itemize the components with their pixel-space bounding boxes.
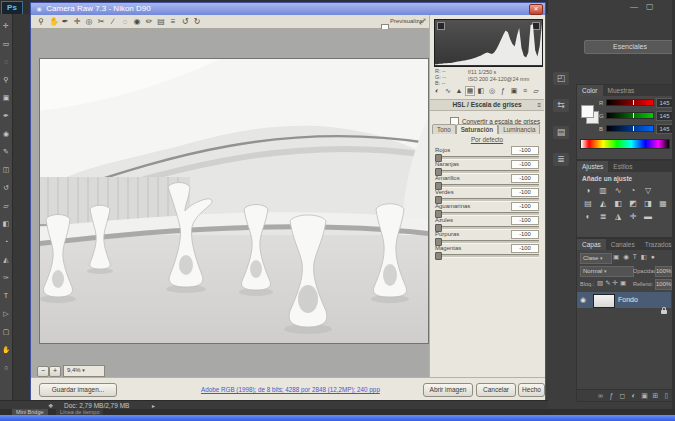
properties-panel-icon[interactable]: ⇆ — [553, 99, 569, 112]
panel-menu-icon[interactable]: ≡ — [537, 100, 541, 110]
curves-icon[interactable]: ∿ — [611, 184, 625, 197]
split-toning-tab-icon[interactable]: ◧ — [476, 86, 486, 96]
red-eye-tool-icon[interactable]: ◉ — [133, 17, 141, 27]
lock-position-icon[interactable]: ✛ — [613, 279, 618, 287]
gradient-tool-icon[interactable]: ◧ — [1, 220, 11, 227]
close-button[interactable]: ✕ — [529, 4, 543, 15]
detail-tab-icon[interactable]: ▲ — [454, 86, 464, 96]
workflow-options-link[interactable]: Adobe RGB (1998); de 8 bits; 4288 por 28… — [201, 386, 380, 393]
move-tool-icon[interactable]: ✛ — [1, 22, 11, 29]
invert-icon[interactable]: ◐ — [581, 210, 595, 223]
fill-value[interactable]: 100% — [655, 279, 672, 290]
straighten-tool-icon[interactable]: ∕ — [109, 17, 117, 27]
lasso-tool-icon[interactable]: ◌ — [1, 58, 11, 65]
eyedropper-tool-icon[interactable]: ✒ — [1, 112, 11, 119]
effects-tab-icon[interactable]: ƒ — [498, 86, 508, 96]
preferences-tool-icon[interactable]: ≡ — [169, 17, 177, 27]
red-value[interactable]: 145 — [656, 98, 673, 108]
hsl-slider-value-input[interactable]: -100 — [511, 146, 539, 155]
layer-style-icon[interactable]: ƒ — [607, 392, 616, 399]
vibrance-icon[interactable]: ▽ — [641, 184, 655, 197]
filter-shape-layers-icon[interactable]: ◧ — [641, 253, 647, 261]
green-value[interactable]: 145 — [656, 111, 673, 121]
zoom-out-button[interactable]: − — [37, 366, 49, 377]
save-image-button[interactable]: Guardar imagen... — [39, 383, 117, 397]
green-slider[interactable] — [606, 112, 654, 119]
clone-stamp-tool-icon[interactable]: ◫ — [1, 166, 11, 173]
foreground-color-swatch[interactable] — [581, 105, 594, 118]
layer-thumbnail[interactable] — [593, 294, 615, 308]
zoom-tool-icon[interactable]: ○ — [1, 364, 11, 371]
color-spectrum-ramp[interactable] — [580, 139, 670, 149]
black-white-icon[interactable]: ◧ — [611, 197, 625, 210]
open-image-button[interactable]: Abrir imagen — [423, 383, 473, 397]
done-button[interactable]: Hecho — [518, 383, 545, 397]
hue-saturation-icon[interactable]: ▤ — [581, 197, 595, 210]
threshold-icon[interactable]: ◮ — [611, 210, 625, 223]
fullscreen-toggle-icon[interactable]: ⤢ — [419, 17, 425, 27]
adjustment-brush-tool-icon[interactable]: ✏ — [145, 17, 153, 27]
lock-transparency-icon[interactable]: ▨ — [597, 279, 603, 287]
crop-tool-icon[interactable]: ▣ — [1, 94, 11, 101]
healing-brush-tool-icon[interactable]: ◉ — [1, 130, 11, 137]
status-menu-arrow-icon[interactable]: ▸ — [152, 402, 155, 409]
timeline-panel-icon[interactable]: ≣ — [553, 153, 569, 166]
hsl-grayscale-tab-icon[interactable]: ▦ — [465, 86, 475, 96]
selective-color-icon[interactable]: ✛ — [626, 210, 640, 223]
tab-muestras[interactable]: Muestras — [603, 85, 640, 96]
tab-capas[interactable]: Capas — [577, 239, 606, 250]
dodge-tool-icon[interactable]: ◭ — [1, 256, 11, 263]
taskbar[interactable] — [0, 415, 675, 421]
cancel-button[interactable]: Cancelar — [476, 383, 516, 397]
hsl-slider-value-input[interactable]: -100 — [511, 202, 539, 211]
lens-corrections-tab-icon[interactable]: ◎ — [487, 86, 497, 96]
tab-saturacion[interactable]: Saturación — [456, 124, 499, 134]
zoom-in-button[interactable]: + — [49, 366, 61, 377]
crop-tool-icon[interactable]: ✂ — [97, 17, 105, 27]
color-sampler-tool-icon[interactable]: ✛ — [73, 17, 81, 27]
graduated-filter-tool-icon[interactable]: ▤ — [157, 17, 165, 27]
link-layers-icon[interactable]: ∞ — [596, 392, 605, 399]
quick-selection-tool-icon[interactable]: ⚲ — [1, 76, 11, 83]
hsl-slider-track[interactable] — [435, 254, 539, 258]
marquee-tool-icon[interactable]: ▭ — [1, 40, 11, 47]
info-panel-icon[interactable]: ▤ — [553, 126, 569, 139]
lock-image-icon[interactable]: ✎ — [605, 279, 610, 287]
red-slider[interactable] — [606, 99, 654, 106]
filter-adjustment-layers-icon[interactable]: ◉ — [623, 253, 629, 261]
workspace-switcher[interactable]: Esenciales — [584, 40, 675, 54]
filter-type-layers-icon[interactable]: T — [633, 253, 637, 261]
basic-tab-icon[interactable]: ◐ — [432, 86, 442, 96]
gradient-map-icon[interactable]: ▬ — [641, 210, 655, 223]
layer-filter-type-dropdown[interactable]: Clase ▾ — [580, 253, 612, 264]
tab-tono[interactable]: Tono — [432, 124, 456, 134]
hsl-slider-value-input[interactable]: -100 — [511, 174, 539, 183]
hsl-slider-value-input[interactable]: -100 — [511, 244, 539, 253]
add-mask-icon[interactable]: ◻ — [618, 392, 627, 400]
status-pin-icon[interactable]: ❖ — [48, 402, 53, 409]
levels-icon[interactable]: ▥ — [596, 184, 610, 197]
zoom-tool-icon[interactable]: ⚲ — [37, 17, 45, 27]
blend-mode-dropdown[interactable]: Normal ▾ — [580, 266, 634, 277]
lock-all-icon[interactable]: ▣ — [620, 279, 626, 287]
blur-tool-icon[interactable]: ◔ — [1, 238, 11, 245]
default-link[interactable]: Por defecto — [430, 136, 544, 143]
new-layer-icon[interactable]: ⊞ — [651, 392, 660, 400]
photo-filter-icon[interactable]: ◩ — [626, 197, 640, 210]
history-brush-tool-icon[interactable]: ↺ — [1, 184, 11, 191]
hsl-slider-value-input[interactable]: -100 — [511, 188, 539, 197]
camera-calibration-tab-icon[interactable]: ▣ — [509, 86, 519, 96]
hand-tool-icon[interactable]: ✋ — [49, 17, 57, 27]
type-tool-icon[interactable]: T — [1, 292, 11, 299]
pen-tool-icon[interactable]: ✑ — [1, 274, 11, 281]
new-group-icon[interactable]: ▣ — [640, 392, 649, 400]
tab-estilos[interactable]: Estilos — [608, 161, 637, 172]
brightness-contrast-icon[interactable]: ◑ — [581, 184, 595, 197]
brush-tool-icon[interactable]: ✎ — [1, 148, 11, 155]
color-lookup-icon[interactable]: ▦ — [656, 197, 670, 210]
exposure-icon[interactable]: ◔ — [626, 184, 640, 197]
tab-canales[interactable]: Canales — [606, 239, 640, 250]
hand-tool-icon[interactable]: ✋ — [1, 346, 11, 353]
filter-smart-objects-icon[interactable]: ● — [651, 253, 655, 261]
eraser-tool-icon[interactable]: ▱ — [1, 202, 11, 209]
